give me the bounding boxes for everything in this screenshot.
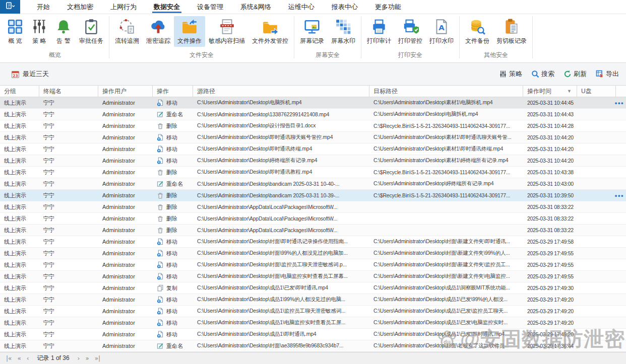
ribbon-button-打印审计[interactable]: 打印审计 [363,16,395,47]
ribbon-button-审批任务[interactable]: 审批任务 [76,16,107,47]
table-row[interactable]: 线上演示宁宁Administrator移动C:\Users\Administra… [0,306,626,317]
ribbon-button-剪切板记录[interactable]: 剪切板记录 [493,16,530,47]
table-row[interactable]: 线上演示宁宁Administrator重命名C:\Users\Administr… [0,340,626,352]
op-move-icon [157,134,164,141]
ribbon-button-打印水印[interactable]: A打印水印 [426,16,457,47]
table-row[interactable]: 线上演示宁宁Administrator删除C:\Users\Administra… [0,225,626,236]
ribbon-button-文件操作[interactable]: 文件操作 [174,16,205,47]
ribbon-button-文件备份[interactable]: 文件备份 [462,16,493,47]
table-row[interactable]: 线上演示宁宁Administrator移动C:\Users\Administra… [0,248,626,259]
ribbon-button-屏幕记录[interactable]: 屏幕记录 [296,16,328,47]
ribbon-group-打印安全: 打印审计打印管控A打印水印打印安全 [362,14,458,62]
table-row[interactable]: 线上演示宁宁Administrator移动C:\Users\Administra… [0,97,626,109]
toolbar-button-刷新[interactable]: 刷新 [564,69,587,79]
tab-数据安全[interactable]: 数据安全 [145,0,189,14]
table-row[interactable]: 线上演示宁宁Administrator删除C:\Users\Administra… [0,167,626,178]
table-row[interactable]: 线上演示宁宁Administrator重命名C:\Users\Administr… [0,109,626,120]
ribbon-button-泄密追踪[interactable]: 泄密追踪 [143,16,174,47]
ribbon-button-label: 文件外发管控 [252,37,288,45]
toolbar-button-导出[interactable]: 导出 [596,69,619,79]
column-header-操作时间[interactable]: 操作时间▼ [523,86,577,97]
cell-user: Administrator [98,192,153,198]
ribbon-button-打印管控[interactable]: 打印管控 [395,16,426,47]
column-header-actions[interactable] [616,86,626,97]
cell-source-path: C:\Users\Administrator\Desktop\封面\电脑监控实时… [193,273,369,280]
column-header-分组[interactable]: 分组 [0,86,39,97]
cell-group: 线上演示 [0,319,39,327]
table-row[interactable]: 线上演示宁宁Administrator复制C:\Users\Administra… [0,282,626,294]
table-row[interactable]: 线上演示宁宁Administrator删除C:\Users\Administra… [0,213,626,225]
column-header-终端名[interactable]: 终端名 [39,86,98,97]
column-header-目标路径[interactable]: 目标路径 [369,86,523,97]
tab-更多功能[interactable]: 更多功能 [366,0,410,14]
ribbon-button-流转追溯[interactable]: 流转追溯 [111,16,143,47]
toolbar-button-策略[interactable]: 策略 [499,69,522,79]
table-row[interactable]: 线上演示宁宁Administrator移动C:\Users\Administra… [0,294,626,306]
tab-系统&网络[interactable]: 系统&网络 [232,0,280,14]
cell-group: 线上演示 [0,157,39,165]
ribbon-button-文件外发管控[interactable]: 文件外发管控 [248,16,292,47]
page-prev-button[interactable]: ‹ [26,355,30,362]
operation-label: 重命名 [166,342,183,350]
table-row[interactable]: 线上演示宁宁Administrator移动C:\Users\Administra… [0,329,626,340]
page-last-button[interactable]: »| [94,355,101,362]
column-header-操作[interactable]: 操作 [153,86,193,97]
table-row[interactable]: 线上演示宁宁Administrator移动C:\Users\Administra… [0,132,626,143]
table-row[interactable]: 线上演示宁宁Administrator删除C:\Users\Administra… [0,201,626,213]
row-actions-button[interactable]: ••• [615,190,624,201]
svg-text:23: 23 [13,73,18,78]
operation-label: 移动 [166,331,177,338]
cell-source-path: C:\Users\Administrator\Desktop\成品1\99%的人… [193,296,369,303]
cell-group: 线上演示 [0,284,39,292]
column-header-源路径[interactable]: 源路径 [193,86,369,97]
operation-label: 删除 [166,227,177,234]
table-row[interactable]: 线上演示宁宁Administrator移动C:\Users\Administra… [0,317,626,329]
ribbon-button-屏幕水印[interactable]: 屏幕水印 [328,16,359,47]
table-row[interactable]: 线上演示宁宁Administrator移动C:\Users\Administra… [0,236,626,248]
app-menu-button[interactable] [0,0,20,14]
tab-上网行为[interactable]: 上网行为 [102,0,145,14]
ribbon-button-策略[interactable]: 策 略 [27,16,51,47]
date-range-filter[interactable]: 23 最近三天 [11,69,49,79]
toolbar-button-label: 导出 [606,69,619,79]
page-prev-fast-button[interactable]: « [16,355,22,362]
table-row[interactable]: 线上演示宁宁Administrator删除C:\Users\Administra… [0,120,626,132]
table-row[interactable]: 线上演示宁宁Administrator移动C:\Users\Administra… [0,259,626,271]
table-row[interactable]: 线上演示宁宁Administrator移动C:\Users\Administra… [0,143,626,155]
cell-user: Administrator [98,123,153,129]
cell-group: 线上演示 [0,134,39,141]
toolbar-button-搜索[interactable]: 搜索 [531,69,554,79]
ribbon-group-separator [294,16,294,58]
page-next-button[interactable]: › [77,355,81,362]
ribbon-group-概览: 概 览策 略告 警审批任务概览 [2,14,108,62]
tab-报表中心[interactable]: 报表中心 [323,0,366,14]
sort-desc-icon: ▼ [567,89,573,94]
cell-time: 2025-03-31 08:33:22 [523,204,577,210]
cell-operation: 移动 [153,331,193,338]
ribbon-button-敏感内容扫描[interactable]: 敏感内容扫描 [205,16,248,47]
operation-label: 移动 [166,157,177,165]
page-next-fast-button[interactable]: » [84,355,90,362]
row-actions-button[interactable]: ••• [615,97,624,108]
table-row[interactable]: 线上演示宁宁Administrator移动C:\Users\Administra… [0,155,626,167]
cell-target-path: C:\Users\Administrator\Desktop\素材1\即时通讯终… [369,145,523,153]
table-row[interactable]: 线上演示宁宁Administrator删除C:\Users\Administra… [0,190,626,201]
cell-target-path: C:\Users\Administrator\Desktop\素材1\电脑拆机.… [369,99,523,106]
ribbon-group-其他安全: 文件备份剪切板记录其他安全 [461,14,531,62]
cell-group: 线上演示 [0,308,39,315]
column-header-操作用户[interactable]: 操作用户 [98,86,153,97]
tab-运维中心[interactable]: 运维中心 [280,0,323,14]
table-row[interactable]: 线上演示宁宁Administrator移动C:\Users\Administra… [0,271,626,282]
operation-label: 移动 [166,99,177,107]
tab-开始[interactable]: 开始 [28,0,58,14]
page-first-button[interactable]: |« [5,355,13,362]
cell-terminal: 宁宁 [39,99,98,107]
column-header-U盘[interactable]: U盘 [577,86,616,97]
tab-文档加密[interactable]: 文档加密 [58,0,102,14]
cell-operation: 移动 [153,157,193,165]
ribbon-button-告警[interactable]: 告 警 [51,16,76,47]
screen-watermark-icon [335,18,352,35]
ribbon-button-概览[interactable]: 概 览 [3,16,27,47]
tab-设备管理[interactable]: 设备管理 [189,0,232,14]
table-row[interactable]: 线上演示宁宁Administrator重命名C:\Users\Administr… [0,178,626,190]
